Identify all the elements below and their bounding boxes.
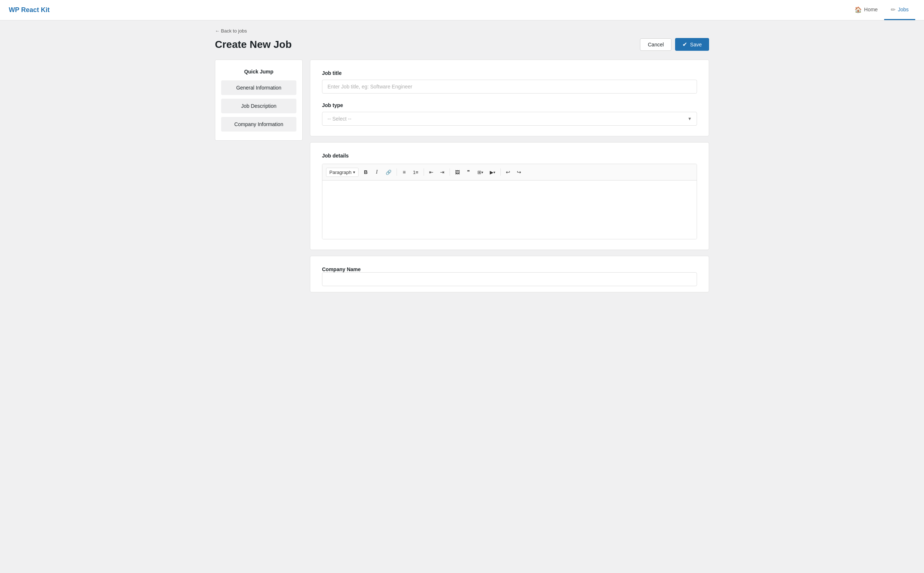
save-button[interactable]: ✔ Save	[675, 38, 709, 51]
toolbar-sep-3	[449, 169, 450, 176]
sidebar: Quick Jump General Information Job Descr…	[215, 59, 303, 141]
home-icon: 🏠	[855, 6, 862, 13]
nav-jobs-label: Jobs	[898, 6, 908, 13]
toolbar-outdent-btn[interactable]: ⇤	[426, 167, 436, 177]
toolbar-table-btn[interactable]: ⊞ ▾	[475, 167, 486, 177]
toolbar-redo-btn[interactable]: ↪	[514, 167, 524, 177]
toolbar-sep-4	[500, 169, 501, 176]
page-wrapper: ← Back to jobs Create New Job Cancel ✔ S…	[206, 20, 718, 307]
table-chevron-icon: ▾	[481, 170, 483, 174]
table-icon: ⊞	[478, 169, 481, 175]
sidebar-title: Quick Jump	[221, 69, 296, 75]
ol-icon: 1≡	[413, 169, 418, 175]
paragraph-chevron-icon: ▾	[353, 170, 355, 175]
page-title: Create New Job	[215, 39, 292, 50]
outdent-icon: ⇤	[429, 169, 434, 175]
toolbar-undo-btn[interactable]: ↩	[503, 167, 513, 177]
nav-home-label: Home	[864, 6, 878, 13]
save-button-label: Save	[690, 42, 702, 47]
quote-icon: ❞	[467, 169, 470, 175]
job-details-card: Job details Paragraph ▾ B	[310, 142, 709, 250]
content-layout: Quick Jump General Information Job Descr…	[215, 59, 709, 292]
form-area: Job title Job type -- Select -- Full Tim…	[310, 59, 709, 292]
header-nav: 🏠 Home ✏ Jobs	[848, 0, 915, 20]
cancel-button[interactable]: Cancel	[640, 38, 672, 51]
page-header-row: Create New Job Cancel ✔ Save	[215, 38, 709, 51]
job-type-select[interactable]: -- Select -- Full Time Part Time Remote …	[322, 112, 697, 126]
paragraph-dropdown[interactable]: Paragraph ▾	[326, 168, 359, 177]
jobs-icon: ✏	[891, 6, 896, 13]
toolbar-ol-btn[interactable]: 1≡	[410, 167, 421, 177]
nav-home[interactable]: 🏠 Home	[848, 0, 884, 20]
ul-icon: ≡	[403, 169, 406, 175]
editor-body[interactable]	[323, 180, 697, 239]
job-type-label: Job type	[322, 102, 697, 108]
undo-icon: ↩	[506, 169, 510, 175]
job-title-input[interactable]	[322, 80, 697, 94]
app-logo[interactable]: WP React Kit	[9, 6, 50, 14]
back-link[interactable]: ← Back to jobs	[215, 28, 247, 34]
toolbar-italic-btn[interactable]: I	[372, 167, 382, 177]
general-information-card: Job title Job type -- Select -- Full Tim…	[310, 59, 709, 136]
redo-icon: ↪	[517, 169, 521, 175]
nav-jobs[interactable]: ✏ Jobs	[884, 0, 915, 20]
job-details-label: Job details	[322, 153, 697, 158]
toolbar-quote-btn[interactable]: ❞	[464, 167, 474, 177]
toolbar-indent-btn[interactable]: ⇥	[437, 167, 447, 177]
job-title-label: Job title	[322, 70, 697, 76]
toolbar-media-btn[interactable]: ▶ ▾	[487, 167, 498, 177]
indent-icon: ⇥	[440, 169, 445, 175]
sidebar-item-company[interactable]: Company Information	[221, 117, 296, 132]
job-title-group: Job title	[322, 70, 697, 94]
media-icon: ▶	[490, 169, 493, 175]
sidebar-item-description[interactable]: Job Description	[221, 99, 296, 113]
company-information-card: Company Name	[310, 256, 709, 292]
company-name-label: Company Name	[322, 266, 361, 272]
toolbar-image-btn[interactable]: 🖼	[452, 167, 463, 177]
sidebar-item-general[interactable]: General Information	[221, 80, 296, 95]
header: WP React Kit 🏠 Home ✏ Jobs	[0, 0, 924, 20]
media-chevron-icon: ▾	[493, 170, 495, 174]
job-type-select-wrapper: -- Select -- Full Time Part Time Remote …	[322, 112, 697, 126]
italic-icon: I	[376, 169, 377, 175]
toolbar-bold-btn[interactable]: B	[361, 167, 371, 177]
toolbar-sep-1	[396, 169, 397, 176]
link-icon: 🔗	[385, 169, 392, 175]
paragraph-dropdown-label: Paragraph	[329, 169, 352, 175]
toolbar-link-btn[interactable]: 🔗	[383, 167, 395, 177]
image-icon: 🖼	[455, 169, 460, 175]
header-actions: Cancel ✔ Save	[640, 38, 709, 51]
toolbar-ul-btn[interactable]: ≡	[399, 167, 409, 177]
job-type-group: Job type -- Select -- Full Time Part Tim…	[322, 102, 697, 126]
editor-toolbar: Paragraph ▾ B I 🔗	[323, 164, 697, 180]
bold-icon: B	[364, 169, 368, 175]
toolbar-sep-2	[424, 169, 424, 176]
company-name-input[interactable]	[322, 272, 697, 286]
save-checkmark-icon: ✔	[683, 41, 687, 48]
editor-container: Paragraph ▾ B I 🔗	[322, 164, 697, 240]
